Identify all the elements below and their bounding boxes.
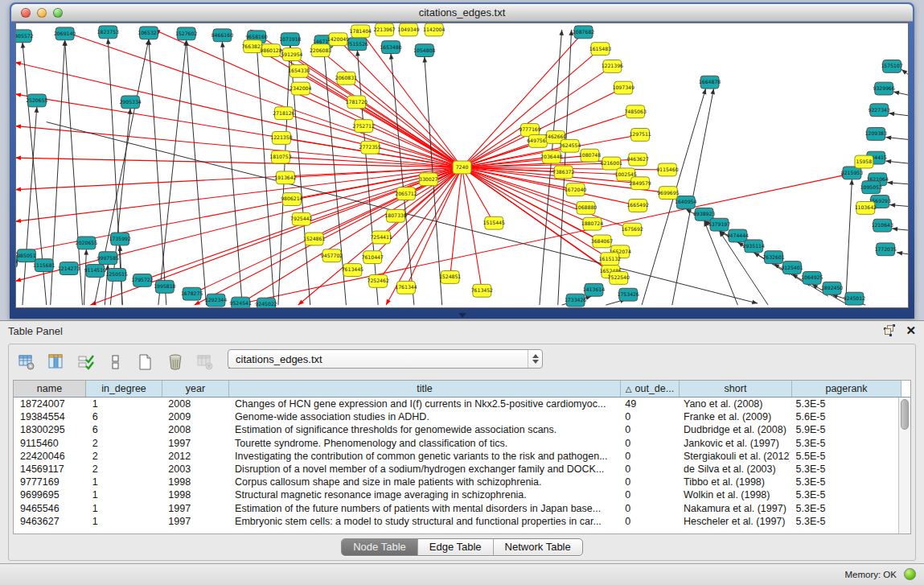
column-header-short[interactable]: short (680, 381, 792, 397)
cell-pagerank[interactable]: 5.6E-5 (790, 410, 899, 423)
table-row[interactable]: 1872400712008Changes of HCN gene express… (14, 398, 898, 410)
cell-in_degree[interactable]: 6 (86, 423, 162, 436)
close-panel-icon[interactable]: ✕ (906, 324, 916, 336)
cell-year[interactable]: 2003 (162, 463, 228, 476)
cell-title[interactable]: Embryonic stem cells: a model to study s… (228, 515, 618, 528)
cell-short[interactable]: Wolkin et al. (1998) (677, 488, 790, 501)
cell-year[interactable]: 1998 (162, 488, 228, 501)
cell-year[interactable]: 1997 (162, 502, 228, 515)
cell-pagerank[interactable]: 5.3E-5 (790, 463, 899, 476)
cell-year[interactable]: 2008 (162, 423, 228, 436)
cell-short[interactable]: Tibbo et al. (1998) (677, 476, 790, 488)
cell-name[interactable]: 22420046 (14, 450, 86, 463)
cell-pagerank[interactable]: 5.5E-5 (790, 450, 899, 463)
table-select-dropdown[interactable]: citations_edges.txt (228, 349, 543, 369)
cell-pagerank[interactable]: 5.3E-5 (790, 488, 899, 501)
cell-name[interactable]: 9465546 (14, 502, 86, 515)
cell-out_de[interactable]: 0 (618, 463, 677, 476)
cell-pagerank[interactable]: 5.3E-5 (790, 502, 899, 515)
cell-name[interactable]: 9777169 (14, 476, 86, 488)
cell-short[interactable]: Hescheler et al. (1997) (677, 515, 790, 528)
cell-out_de[interactable]: 0 (618, 410, 677, 423)
cell-short[interactable]: Yano et al. (2008) (677, 398, 790, 410)
vertical-scrollbar[interactable] (898, 398, 910, 534)
table-options-icon[interactable] (17, 352, 36, 372)
cell-name[interactable]: 14569117 (14, 463, 86, 476)
table-row[interactable]: 911546021997Tourette syndrome. Phenomeno… (14, 437, 898, 450)
cell-year[interactable]: 1997 (162, 437, 228, 450)
cell-out_de[interactable]: 0 (618, 502, 677, 515)
cell-short[interactable]: Nakamura et al. (1997) (677, 502, 790, 515)
cell-in_degree[interactable]: 6 (86, 410, 162, 423)
table-row[interactable]: 946362711997Embryonic stem cells: a mode… (14, 515, 898, 528)
cell-out_de[interactable]: 0 (618, 515, 677, 528)
cell-out_de[interactable]: 0 (618, 450, 677, 463)
cell-title[interactable]: Changes of HCN gene expression and I(f) … (228, 398, 618, 410)
cell-pagerank[interactable]: 5.3E-5 (790, 476, 899, 488)
citation-network-graph[interactable]: 2405572206914018237531065327152760284661… (16, 23, 908, 307)
column-header-pagerank[interactable]: pagerank (792, 381, 901, 397)
cell-title[interactable]: Estimation of significance thresholds fo… (228, 423, 618, 436)
cell-pagerank[interactable]: 5.3E-5 (790, 398, 899, 410)
memory-status-indicator[interactable] (904, 568, 916, 580)
cell-year[interactable]: 1998 (162, 476, 228, 488)
panel-resize-handle[interactable] (458, 313, 466, 318)
cell-short[interactable]: Jankovic et al. (1997) (677, 437, 790, 450)
cell-pagerank[interactable]: 5.3E-5 (790, 515, 899, 528)
tab-network-table[interactable]: Network Table (494, 539, 582, 555)
cell-short[interactable]: Franke et al. (2009) (677, 410, 790, 423)
cell-name[interactable]: 19384554 (14, 410, 86, 423)
cell-title[interactable]: Corpus callosum shape and size in male p… (228, 476, 618, 488)
cell-out_de[interactable]: 49 (618, 398, 677, 410)
cell-year[interactable]: 2009 (162, 410, 228, 423)
float-panel-icon[interactable] (884, 324, 896, 336)
table-row[interactable]: 2242004622012Investigating the contribut… (14, 450, 898, 463)
cell-in_degree[interactable]: 1 (86, 476, 162, 488)
cell-name[interactable]: 18724007 (14, 398, 86, 410)
table-row[interactable]: 1456911722003Disruption of a novel membe… (14, 463, 898, 476)
cell-pagerank[interactable]: 5.3E-5 (790, 437, 899, 450)
cell-title[interactable]: Estimation of the future numbers of pati… (228, 502, 618, 515)
table-mode-icon[interactable] (106, 352, 125, 372)
column-header-in_degree[interactable]: in_degree (86, 381, 162, 397)
cell-pagerank[interactable]: 5.9E-5 (790, 423, 899, 436)
column-header-name[interactable]: name (14, 381, 86, 397)
network-graph-canvas[interactable]: 2405572206914018237531065327152760284661… (15, 23, 909, 308)
cell-in_degree[interactable]: 2 (86, 463, 162, 476)
delete-column-icon[interactable] (166, 352, 185, 372)
scrollbar-thumb[interactable] (901, 399, 909, 430)
cell-title[interactable]: Disruption of a novel member of a sodium… (228, 463, 618, 476)
cell-out_de[interactable]: 0 (618, 437, 677, 450)
select-rows-icon[interactable] (76, 352, 96, 372)
cell-out_de[interactable]: 0 (618, 476, 677, 488)
cell-year[interactable]: 1997 (162, 515, 228, 528)
table-row[interactable]: 969969511998Structural magnetic resonanc… (14, 488, 898, 501)
cell-short[interactable]: de Silva et al. (2003) (677, 463, 790, 476)
cell-in_degree[interactable]: 1 (86, 515, 162, 528)
table-row[interactable]: 1938455462009Genome-wide association stu… (14, 410, 898, 423)
cell-year[interactable]: 2012 (162, 450, 228, 463)
column-header-title[interactable]: title (229, 381, 621, 397)
cell-name[interactable]: 9699695 (14, 488, 86, 501)
show-columns-icon[interactable] (47, 352, 66, 372)
cell-title[interactable]: Genome-wide association studies in ADHD. (228, 410, 618, 423)
cell-name[interactable]: 18300295 (14, 423, 86, 436)
tab-node-table[interactable]: Node Table (342, 539, 418, 555)
cell-title[interactable]: Tourette syndrome. Phenomenology and cla… (228, 437, 618, 450)
cell-in_degree[interactable]: 1 (86, 502, 162, 515)
cell-short[interactable]: Dudbridge et al. (2008) (677, 423, 790, 436)
table-row[interactable]: 977716911998Corpus callosum shape and si… (14, 476, 898, 488)
cell-in_degree[interactable]: 1 (86, 488, 162, 501)
create-column-icon[interactable] (136, 352, 155, 372)
cell-name[interactable]: 9115460 (14, 437, 86, 450)
cell-title[interactable]: Structural magnetic resonance image aver… (228, 488, 618, 501)
cell-out_de[interactable]: 0 (618, 423, 677, 436)
cell-in_degree[interactable]: 1 (86, 398, 162, 410)
tab-edge-table[interactable]: Edge Table (418, 539, 494, 555)
column-header-year[interactable]: year (162, 381, 229, 397)
table-row[interactable]: 1830029562008Estimation of significance … (14, 423, 898, 436)
table-row[interactable]: 946554611997Estimation of the future num… (14, 502, 898, 515)
cell-out_de[interactable]: 0 (618, 488, 677, 501)
cell-in_degree[interactable]: 2 (86, 450, 162, 463)
cell-short[interactable]: Stergiakouli et al. (2012) (677, 450, 790, 463)
